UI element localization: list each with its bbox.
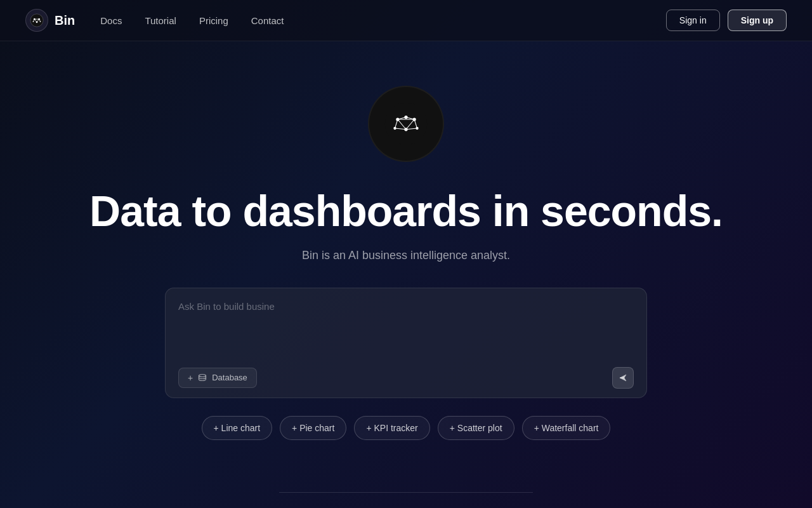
nav-actions: Sign in Sign up <box>666 10 787 31</box>
suggestion-pie-chart[interactable]: + Pie chart <box>280 416 346 440</box>
nav-item-docs[interactable]: Docs <box>100 15 122 26</box>
send-button[interactable] <box>612 367 634 389</box>
svg-point-11 <box>385 103 428 145</box>
hero-subtitle: Bin is an AI business intelligence analy… <box>302 249 510 262</box>
svg-point-0 <box>30 14 43 27</box>
logo-container[interactable]: Bin <box>25 9 75 32</box>
nav-item-contact[interactable]: Contact <box>251 15 284 26</box>
signup-button[interactable]: Sign up <box>728 10 787 31</box>
suggestions-container: + Line chart + Pie chart + KPI tracker +… <box>202 416 611 440</box>
navbar: Bin Docs Tutorial Pricing Contact Sign i… <box>0 0 812 41</box>
suggestion-pie-chart-label: + Pie chart <box>292 423 334 433</box>
database-label: Database <box>212 373 247 382</box>
nav-item-tutorial[interactable]: Tutorial <box>145 15 176 26</box>
nav-item-pricing[interactable]: Pricing <box>199 15 228 26</box>
main-content: Data to dashboards in seconds. Bin is an… <box>0 41 812 440</box>
hero-title: Data to dashboards in seconds. <box>89 187 723 235</box>
suggestion-line-chart-label: + Line chart <box>214 423 261 433</box>
footer-divider <box>279 492 533 493</box>
hero-logo <box>368 86 444 162</box>
suggestion-scatter-plot-label: + Scatter plot <box>450 423 502 433</box>
chat-footer: + Database <box>178 367 634 389</box>
database-icon <box>197 373 207 383</box>
suggestion-kpi-tracker-label: + KPI tracker <box>366 423 417 433</box>
send-icon <box>618 373 628 383</box>
logo-icon <box>25 9 48 32</box>
plus-icon: + <box>188 373 193 383</box>
brand-name: Bin <box>55 13 75 28</box>
chat-input[interactable] <box>178 301 634 358</box>
suggestion-waterfall-chart-label: + Waterfall chart <box>534 423 599 433</box>
signin-button[interactable]: Sign in <box>666 10 720 31</box>
suggestion-scatter-plot[interactable]: + Scatter plot <box>438 416 514 440</box>
suggestion-kpi-tracker[interactable]: + KPI tracker <box>354 416 429 440</box>
suggestion-waterfall-chart[interactable]: + Waterfall chart <box>522 416 611 440</box>
chat-container: + Database <box>165 288 647 398</box>
nav-links: Docs Tutorial Pricing Contact <box>100 15 666 26</box>
suggestion-line-chart[interactable]: + Line chart <box>202 416 273 440</box>
svg-point-27 <box>199 374 206 377</box>
database-button[interactable]: + Database <box>178 368 257 388</box>
